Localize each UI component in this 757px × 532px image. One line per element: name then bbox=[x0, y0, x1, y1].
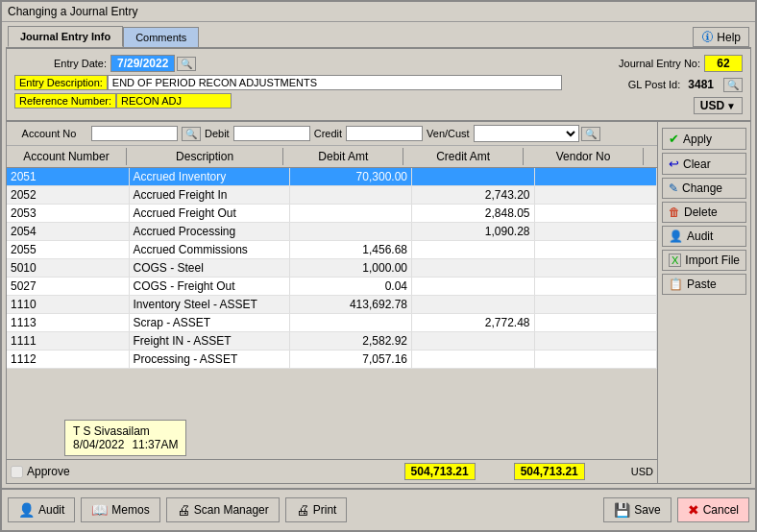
currency-selector[interactable]: USD ▼ bbox=[694, 97, 743, 114]
col-header-account: Account Number bbox=[7, 148, 127, 165]
audit-bottom-icon: 👤 bbox=[18, 502, 35, 518]
grid-body: 2051 Accrued Inventory 70,300.00 2052 Ac… bbox=[7, 168, 657, 459]
table-row[interactable]: 2051 Accrued Inventory 70,300.00 bbox=[7, 168, 657, 186]
table-row[interactable]: 2055 Accrued Commissions 1,456.68 bbox=[7, 241, 657, 259]
cell-credit: 2,772.48 bbox=[412, 314, 535, 331]
ref-number-label: Reference Number: bbox=[14, 93, 116, 109]
audit-side-button[interactable]: 👤 Audit bbox=[662, 226, 746, 247]
approve-area: Approve bbox=[11, 465, 70, 478]
change-label: Change bbox=[682, 181, 722, 195]
memos-icon: 📖 bbox=[91, 502, 108, 518]
cell-vendor bbox=[535, 278, 657, 295]
table-row[interactable]: 5027 COGS - Freight Out 0.04 bbox=[7, 278, 657, 296]
entry-date-field[interactable]: 7/29/2022 bbox=[110, 55, 175, 72]
table-row[interactable]: 5010 COGS - Steel 1,000.00 bbox=[7, 259, 657, 278]
filter-vendor-search[interactable]: 🔍 bbox=[581, 127, 600, 141]
audit-side-icon: 👤 bbox=[669, 230, 683, 243]
apply-icon: ✔ bbox=[669, 132, 679, 146]
table-row[interactable]: 1112 Processing - ASSET 7,057.16 bbox=[7, 351, 657, 369]
audit-bottom-label: Audit bbox=[38, 503, 64, 517]
cell-credit bbox=[412, 241, 535, 258]
tab-comments[interactable]: Comments bbox=[123, 27, 199, 47]
cell-debit: 2,582.92 bbox=[290, 332, 413, 350]
cell-description: Accrued Freight Out bbox=[130, 205, 290, 222]
col-header-vendor: Vendor No bbox=[524, 148, 644, 165]
table-row[interactable]: 2052 Accrued Freight In 2,743.20 bbox=[7, 186, 657, 205]
cell-description: Scrap - ASSET bbox=[130, 314, 290, 331]
cell-vendor bbox=[535, 205, 657, 222]
gl-post-label: GL Post Id: bbox=[628, 79, 681, 90]
cell-debit bbox=[290, 205, 413, 222]
filter-vendor-select[interactable] bbox=[474, 125, 579, 142]
cell-vendor bbox=[535, 314, 657, 331]
clear-icon: ↩ bbox=[669, 157, 679, 171]
paste-label: Paste bbox=[687, 278, 717, 291]
gl-post-value: 3481 bbox=[684, 77, 718, 92]
cell-debit: 413,692.78 bbox=[290, 296, 413, 313]
apply-button[interactable]: ✔ Apply bbox=[662, 128, 746, 150]
save-label: Save bbox=[634, 503, 660, 517]
table-row[interactable]: 2054 Accrued Processing 1,090.28 bbox=[7, 223, 657, 241]
title-bar: Changing a Journal Entry bbox=[2, 2, 755, 22]
gl-post-search-button[interactable]: 🔍 bbox=[723, 78, 743, 92]
change-button[interactable]: ✎ Change bbox=[662, 178, 746, 199]
entry-desc-value[interactable]: END OF PERIOD RECON ADJUSTMENTS bbox=[108, 75, 562, 90]
help-button[interactable]: 🛈 Help bbox=[693, 27, 749, 47]
cell-vendor bbox=[535, 186, 657, 204]
grid-footer: Approve T S Sivasailam 8/04/2022 11:37AM… bbox=[7, 459, 657, 483]
cell-account: 2055 bbox=[7, 241, 130, 258]
memos-button[interactable]: 📖 Memos bbox=[81, 497, 159, 522]
ref-number-value[interactable]: RECON ADJ bbox=[116, 93, 232, 109]
cancel-icon: ✖ bbox=[688, 502, 699, 518]
cell-debit: 0.04 bbox=[290, 278, 413, 295]
filter-account-search[interactable]: 🔍 bbox=[182, 127, 201, 141]
tab-journal-entry-info[interactable]: Journal Entry Info bbox=[8, 26, 123, 47]
filter-account-input[interactable] bbox=[91, 126, 178, 141]
cell-credit: 1,090.28 bbox=[412, 223, 535, 240]
import-file-label: Import File bbox=[685, 254, 740, 267]
cell-debit: 1,000.00 bbox=[290, 259, 413, 277]
entry-date-search-button[interactable]: 🔍 bbox=[177, 57, 196, 71]
cell-description: Freight IN - ASSET bbox=[130, 332, 290, 350]
clear-button[interactable]: ↩ Clear bbox=[662, 153, 746, 175]
cell-account: 5027 bbox=[7, 278, 130, 295]
save-button[interactable]: 💾 Save bbox=[603, 497, 671, 522]
print-button[interactable]: 🖨 Print bbox=[285, 497, 348, 522]
table-row[interactable]: 1110 Inventory Steel - ASSET 413,692.78 bbox=[7, 296, 657, 314]
table-row[interactable]: 2053 Accrued Freight Out 2,848.05 bbox=[7, 205, 657, 223]
cell-credit bbox=[412, 351, 535, 368]
cell-debit bbox=[290, 186, 413, 204]
table-row[interactable]: 1113 Scrap - ASSET 2,772.48 bbox=[7, 314, 657, 332]
cancel-button[interactable]: ✖ Cancel bbox=[677, 497, 749, 522]
col-header-debit: Debit Amt bbox=[283, 148, 403, 165]
print-label: Print bbox=[313, 503, 337, 517]
filter-credit-label: Credit bbox=[314, 128, 342, 139]
cell-description: Accrued Inventory bbox=[130, 168, 290, 185]
main-window: Changing a Journal Entry Journal Entry I… bbox=[0, 0, 757, 532]
print-icon: 🖨 bbox=[296, 502, 309, 518]
paste-button[interactable]: 📋 Paste bbox=[662, 274, 746, 295]
tooltip-name: T S Sivasailam bbox=[73, 424, 178, 438]
cell-credit bbox=[412, 168, 535, 185]
import-file-button[interactable]: X Import File bbox=[662, 250, 746, 271]
total-debit: 504,713.21 bbox=[404, 463, 476, 480]
cell-description: Inventory Steel - ASSET bbox=[130, 296, 290, 313]
col-header-description: Description bbox=[127, 148, 284, 165]
filter-debit-label: Debit bbox=[205, 128, 230, 139]
filter-vendor-label: Ven/Cust bbox=[427, 128, 470, 139]
cell-description: Accrued Freight In bbox=[130, 186, 290, 204]
scan-manager-button[interactable]: 🖨 Scan Manager bbox=[166, 497, 280, 522]
delete-button[interactable]: 🗑 Delete bbox=[662, 202, 746, 223]
filter-acct-label: Account No bbox=[11, 128, 87, 139]
cell-account: 2054 bbox=[7, 223, 130, 240]
scan-manager-icon: 🖨 bbox=[177, 502, 190, 518]
cell-account: 5010 bbox=[7, 259, 130, 277]
filter-credit-input[interactable] bbox=[346, 126, 423, 141]
audit-bottom-button[interactable]: 👤 Audit bbox=[8, 497, 75, 522]
cell-debit: 70,300.00 bbox=[290, 168, 413, 185]
cell-vendor bbox=[535, 259, 657, 277]
table-row[interactable]: 1111 Freight IN - ASSET 2,582.92 bbox=[7, 332, 657, 351]
tooltip-time: 11:37AM bbox=[132, 438, 178, 451]
cell-credit bbox=[412, 278, 535, 295]
filter-debit-input[interactable] bbox=[233, 126, 310, 141]
